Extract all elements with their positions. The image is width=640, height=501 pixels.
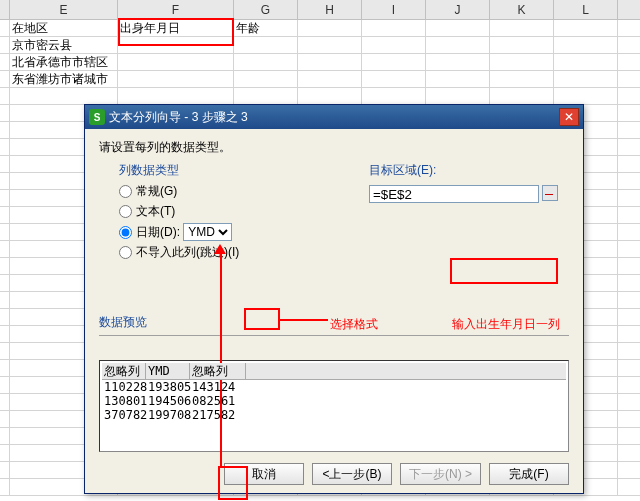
cell[interactable]	[298, 20, 362, 36]
cell[interactable]	[234, 37, 298, 53]
cell[interactable]: 年龄	[234, 20, 298, 36]
cell[interactable]: 北省承德市市辖区	[10, 54, 118, 70]
cell[interactable]	[426, 37, 490, 53]
preview-cell: 082561	[190, 394, 246, 408]
cell[interactable]	[298, 71, 362, 87]
cell[interactable]: 东省潍坊市诸城市	[10, 71, 118, 87]
cell[interactable]	[426, 71, 490, 87]
cell[interactable]	[298, 54, 362, 70]
radio-date-input[interactable]	[119, 226, 132, 239]
cell[interactable]	[0, 20, 10, 36]
radio-text-label: 文本(T)	[136, 203, 175, 220]
preview-cell: 199708	[146, 408, 190, 422]
cell[interactable]	[554, 20, 618, 36]
cell[interactable]	[0, 54, 10, 70]
preview-cell: 110228	[102, 380, 146, 394]
col-header-K[interactable]: K	[490, 0, 554, 19]
cell[interactable]	[362, 37, 426, 53]
preview-row: 130801 194506 082561	[102, 394, 566, 408]
cell[interactable]	[426, 20, 490, 36]
radio-date[interactable]: 日期(D): YMD	[119, 223, 279, 241]
cell[interactable]	[118, 54, 234, 70]
app-icon: S	[89, 109, 105, 125]
col-header-E[interactable]: E	[10, 0, 118, 19]
radio-skip[interactable]: 不导入此列(跳过)(I)	[119, 244, 279, 261]
cell[interactable]	[362, 71, 426, 87]
finish-button[interactable]: 完成(F)	[489, 463, 569, 485]
preview-box[interactable]: 忽略列 YMD 忽略列 110228 193805 143124 130801 …	[99, 360, 569, 452]
cancel-button[interactable]: 取消	[224, 463, 304, 485]
cell[interactable]	[490, 54, 554, 70]
cell[interactable]	[426, 54, 490, 70]
cell[interactable]	[362, 54, 426, 70]
cell[interactable]	[554, 37, 618, 53]
preview-cell: 143124	[190, 380, 246, 394]
preview-header-col3[interactable]: 忽略列	[190, 363, 246, 379]
cell[interactable]	[490, 20, 554, 36]
cell[interactable]	[554, 54, 618, 70]
preview-header-row: 忽略列 YMD 忽略列	[102, 363, 566, 380]
cell[interactable]	[490, 71, 554, 87]
range-picker-icon[interactable]	[542, 185, 558, 201]
preview-label: 数据预览	[99, 314, 569, 331]
radio-general-input[interactable]	[119, 185, 132, 198]
cell[interactable]: 出身年月日	[118, 20, 234, 36]
table-row: 在地区 出身年月日 年龄	[0, 20, 640, 37]
dialog-instruction: 请设置每列的数据类型。	[99, 139, 569, 156]
radio-text[interactable]: 文本(T)	[119, 203, 279, 220]
col-header-H[interactable]: H	[298, 0, 362, 19]
table-row: 东省潍坊市诸城市	[0, 71, 640, 88]
column-headers-row: E F G H I J K L	[0, 0, 640, 20]
date-format-select[interactable]: YMD	[183, 223, 232, 241]
text-to-columns-dialog: S 文本分列向导 - 3 步骤之 3 ✕ 请设置每列的数据类型。 列数据类型 常…	[84, 104, 584, 494]
radio-text-input[interactable]	[119, 205, 132, 218]
dialog-title: 文本分列向导 - 3 步骤之 3	[109, 109, 559, 126]
col-header-F[interactable]: F	[118, 0, 234, 19]
group-label-data-type: 列数据类型	[119, 162, 279, 179]
col-header-partial[interactable]	[0, 0, 10, 19]
target-range-input[interactable]	[369, 185, 539, 203]
cell[interactable]	[234, 54, 298, 70]
preview-header-col2[interactable]: YMD	[146, 363, 190, 379]
close-button[interactable]: ✕	[559, 108, 579, 126]
preview-cell: 217582	[190, 408, 246, 422]
col-header-L[interactable]: L	[554, 0, 618, 19]
cell[interactable]	[234, 71, 298, 87]
preview-cell: 130801	[102, 394, 146, 408]
radio-skip-label: 不导入此列(跳过)(I)	[136, 244, 239, 261]
cell[interactable]	[118, 71, 234, 87]
cell[interactable]: 京市密云县	[10, 37, 118, 53]
target-range-label: 目标区域(E):	[369, 162, 569, 179]
cell[interactable]	[490, 37, 554, 53]
col-header-G[interactable]: G	[234, 0, 298, 19]
cell[interactable]	[554, 71, 618, 87]
preview-cell: 193805	[146, 380, 190, 394]
radio-skip-input[interactable]	[119, 246, 132, 259]
radio-date-label: 日期(D):	[136, 224, 180, 241]
cell[interactable]	[0, 37, 10, 53]
radio-general[interactable]: 常规(G)	[119, 183, 279, 200]
dialog-button-bar: 取消 <上一步(B) 下一步(N) > 完成(F)	[224, 463, 569, 485]
table-row: 北省承德市市辖区	[0, 54, 640, 71]
next-button: 下一步(N) >	[400, 463, 481, 485]
dialog-titlebar[interactable]: S 文本分列向导 - 3 步骤之 3 ✕	[85, 105, 583, 129]
prev-button[interactable]: <上一步(B)	[312, 463, 392, 485]
col-header-I[interactable]: I	[362, 0, 426, 19]
preview-row: 110228 193805 143124	[102, 380, 566, 394]
preview-header-col1[interactable]: 忽略列	[102, 363, 146, 379]
cell[interactable]	[0, 71, 10, 87]
table-row: 京市密云县	[0, 37, 640, 54]
cell[interactable]	[362, 20, 426, 36]
cell[interactable]	[118, 37, 234, 53]
radio-general-label: 常规(G)	[136, 183, 177, 200]
preview-row: 370782 199708 217582	[102, 408, 566, 422]
preview-cell: 194506	[146, 394, 190, 408]
preview-cell: 370782	[102, 408, 146, 422]
cell[interactable]	[298, 37, 362, 53]
cell[interactable]: 在地区	[10, 20, 118, 36]
col-header-J[interactable]: J	[426, 0, 490, 19]
